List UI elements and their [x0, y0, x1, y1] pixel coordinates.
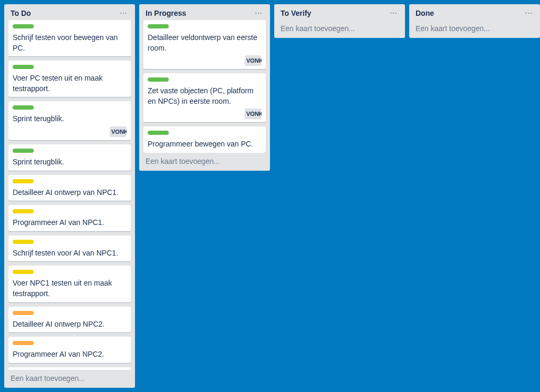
list-menu-icon[interactable]: ⋯: [522, 8, 536, 18]
add-card-button[interactable]: Een kaart toevoegen...: [409, 20, 540, 38]
card[interactable]: Sprint terugblik.: [8, 144, 131, 171]
card[interactable]: Zet vaste objecten (PC, platform en NPCs…: [143, 73, 266, 122]
card-label[interactable]: [13, 311, 34, 315]
card[interactable]: Schrijf testen voor AI van NPC2.: [8, 367, 131, 370]
card-title: Sprint terugblik.: [13, 157, 127, 168]
card-label[interactable]: [13, 240, 34, 244]
card-footer: VONK: [148, 106, 262, 119]
card-title: Detailleer veldontwerp van eerste room.: [148, 33, 262, 53]
card-label[interactable]: [13, 270, 34, 274]
add-card-button[interactable]: Een kaart toevoegen...: [139, 153, 270, 171]
list: To Do⋯Schrijf testen voor bewegen van PC…: [4, 4, 135, 388]
list-menu-icon[interactable]: ⋯: [117, 8, 131, 18]
list-header: Done⋯: [409, 4, 540, 20]
list-header: In Progress⋯: [139, 4, 270, 20]
card-member-badge[interactable]: VONK: [245, 55, 262, 66]
card-footer: VONK: [13, 124, 127, 137]
list: To Verify⋯Een kaart toevoegen...: [274, 4, 405, 38]
list-menu-icon[interactable]: ⋯: [387, 8, 401, 18]
add-card-button[interactable]: Een kaart toevoegen...: [274, 20, 405, 38]
card-label[interactable]: [13, 149, 34, 153]
card-title: Voer PC testen uit en maak testrapport.: [13, 73, 127, 94]
card-title: Voer NPC1 testen uit en maak testrapport…: [13, 278, 127, 299]
card-label[interactable]: [13, 341, 34, 345]
cards-container: Schrijf testen voor bewegen van PC.Voer …: [4, 20, 135, 370]
card-title: Schrijf testen voor bewegen van PC.: [13, 33, 127, 53]
card[interactable]: Detailleer veldontwerp van eerste room.V…: [143, 20, 266, 69]
list: In Progress⋯Detailleer veldontwerp van e…: [139, 4, 270, 171]
card[interactable]: Voer NPC1 testen uit en maak testrapport…: [8, 266, 131, 302]
list-title[interactable]: To Verify: [281, 9, 311, 17]
card-title: Detailleer AI ontwerp NPC2.: [13, 319, 127, 330]
list-header: To Do⋯: [4, 4, 135, 20]
card-title: Programmeer AI van NPC2.: [13, 349, 127, 360]
cards-container: Detailleer veldontwerp van eerste room.V…: [139, 20, 270, 153]
card-label[interactable]: [13, 179, 34, 183]
list-title[interactable]: In Progress: [146, 9, 186, 17]
card-footer: VONK: [148, 53, 262, 66]
card-label[interactable]: [148, 77, 169, 82]
list-title[interactable]: To Do: [11, 9, 31, 17]
card-label[interactable]: [13, 24, 34, 28]
card-title: Schrijf testen voor AI van NPC1.: [13, 248, 127, 259]
board: To Do⋯Schrijf testen voor bewegen van PC…: [2, 2, 538, 390]
list: Done⋯Een kaart toevoegen...: [409, 4, 540, 38]
add-card-button[interactable]: Een kaart toevoegen...: [4, 370, 135, 388]
card[interactable]: Sprint terugblik.VONK: [8, 101, 131, 140]
card-label[interactable]: [148, 131, 169, 135]
card[interactable]: Schrijf testen voor bewegen van PC.: [8, 20, 131, 56]
card[interactable]: Programmeer AI van NPC2.: [8, 337, 131, 363]
card-label[interactable]: [13, 209, 34, 213]
card[interactable]: Schrijf testen voor AI van NPC1.: [8, 236, 131, 262]
list-title[interactable]: Done: [416, 9, 434, 17]
card[interactable]: Voer PC testen uit en maak testrapport.: [8, 61, 131, 97]
card-title: Sprint terugblik.: [13, 114, 127, 124]
list-menu-icon[interactable]: ⋯: [252, 8, 266, 18]
card-label[interactable]: [13, 65, 34, 69]
card-label[interactable]: [148, 24, 169, 28]
card-member-badge[interactable]: VONK: [110, 126, 127, 137]
card-title: Programmeer AI van NPC1.: [13, 218, 127, 228]
card-member-badge[interactable]: VONK: [245, 109, 262, 119]
card[interactable]: Detailleer AI ontwerp van NPC1.: [8, 175, 131, 201]
card[interactable]: Programmeer bewegen van PC.: [143, 126, 266, 153]
card[interactable]: Programmeer AI van NPC1.: [8, 205, 131, 231]
card-title: Zet vaste objecten (PC, platform en NPCs…: [148, 86, 262, 106]
card-title: Programmeer bewegen van PC.: [148, 139, 262, 150]
list-header: To Verify⋯: [274, 4, 405, 20]
card-title: Detailleer AI ontwerp van NPC1.: [13, 188, 127, 198]
card-label[interactable]: [13, 105, 34, 110]
card[interactable]: Detailleer AI ontwerp NPC2.: [8, 307, 131, 333]
